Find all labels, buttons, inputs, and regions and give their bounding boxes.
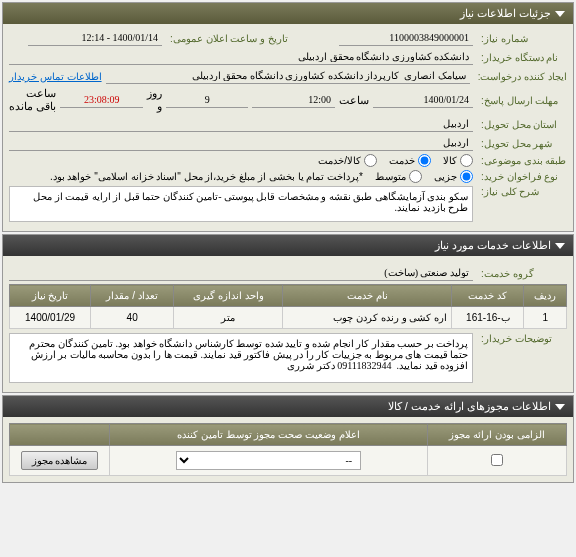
public-time-label: تاریخ و ساعت اعلان عمومی:	[166, 33, 288, 44]
deadline-time-field	[252, 92, 335, 108]
cell-date: 1400/01/29	[10, 307, 91, 329]
public-time-field	[28, 30, 162, 46]
cat-service-label: خدمت	[389, 155, 415, 166]
buyer-org-label: نام دستگاه خریدار:	[477, 52, 567, 63]
type-medium-radio[interactable]	[409, 170, 422, 183]
remaining-field	[60, 92, 143, 108]
remaining-label: ساعت باقی مانده	[9, 87, 56, 113]
col-status: اعلام وضعیت صحت مجوز توسط تامین کننده	[110, 424, 428, 446]
contact-link[interactable]: اطلاعات تماس خریدار	[9, 71, 102, 82]
days-label: روز و	[147, 87, 162, 113]
buyer-note-textarea[interactable]	[9, 333, 473, 383]
category-label: طبقه بندی موضوعی:	[477, 155, 567, 166]
collapse-icon	[555, 404, 565, 410]
col-unit: واحد اندازه گیری	[174, 285, 283, 307]
section-title: اطلاعات مجوزهای ارائه خدمت / کالا	[388, 400, 551, 413]
permits-table: الزامی بودن ارائه مجوز اعلام وضعیت صحت م…	[9, 423, 567, 476]
cat-both-label: کالا/خدمت	[318, 155, 361, 166]
cat-both-radio[interactable]	[364, 154, 377, 167]
buyer-org-field	[9, 49, 473, 65]
type-medium-label: متوسط	[375, 171, 406, 182]
col-mandatory: الزامی بودن ارائه مجوز	[427, 424, 566, 446]
purchase-type-label: نوع فراخوان خرید:	[477, 171, 567, 182]
permits-header[interactable]: اطلاعات مجوزهای ارائه خدمت / کالا	[3, 396, 573, 417]
service-group-field	[9, 265, 473, 281]
cell-qty: 40	[91, 307, 174, 329]
type-small-label: جزیی	[434, 171, 457, 182]
collapse-icon	[555, 243, 565, 249]
mandatory-checkbox[interactable]	[491, 454, 503, 466]
days-field	[166, 92, 249, 108]
cell-name: اره کشی و رنده کردن چوب	[283, 307, 452, 329]
table-row[interactable]: 1 ب-16-161 اره کشی و رنده کردن چوب متر 4…	[10, 307, 567, 329]
cell-unit: متر	[174, 307, 283, 329]
need-details-header[interactable]: جزئیات اطلاعات نیاز	[3, 3, 573, 24]
section-title: اطلاعات خدمات مورد نیاز	[435, 239, 551, 252]
need-number-field	[339, 30, 473, 46]
time-label: ساعت	[339, 94, 369, 107]
desc-label: شرح کلی نیاز:	[477, 186, 567, 197]
city-field	[9, 135, 473, 151]
type-note: *پرداخت تمام یا بخشی از مبلغ خرید،از محل…	[50, 171, 363, 182]
category-radio-group: کالا خدمت کالا/خدمت	[318, 154, 473, 167]
services-table: ردیف کد خدمت نام خدمت واحد اندازه گیری ت…	[9, 284, 567, 329]
buyer-note-label: توضیحات خریدار:	[477, 333, 567, 344]
services-body: گروه خدمت: ردیف کد خدمت نام خدمت واحد ان…	[3, 256, 573, 392]
cat-goods-radio[interactable]	[460, 154, 473, 167]
permits-panel: اطلاعات مجوزهای ارائه خدمت / کالا الزامی…	[2, 395, 574, 483]
type-small-radio[interactable]	[460, 170, 473, 183]
collapse-icon	[555, 11, 565, 17]
desc-textarea[interactable]	[9, 186, 473, 222]
col-name: نام خدمت	[283, 285, 452, 307]
cat-service-radio[interactable]	[418, 154, 431, 167]
creator-label: ایجاد کننده درخواست:	[474, 71, 567, 82]
table-row: -- مشاهده مجوز	[10, 446, 567, 476]
cat-goods-label: کالا	[443, 155, 457, 166]
need-details-panel: جزئیات اطلاعات نیاز شماره نیاز: تاریخ و …	[2, 2, 574, 232]
purchase-type-group: جزیی متوسط	[375, 170, 473, 183]
col-date: تاریخ نیاز	[10, 285, 91, 307]
need-number-label: شماره نیاز:	[477, 33, 567, 44]
deadline-label: مهلت ارسال پاسخ:	[477, 95, 567, 106]
need-details-body: شماره نیاز: تاریخ و ساعت اعلان عمومی: نا…	[3, 24, 573, 231]
col-qty: تعداد / مقدار	[91, 285, 174, 307]
col-code: کد خدمت	[452, 285, 524, 307]
cell-row: 1	[524, 307, 567, 329]
view-permit-button[interactable]: مشاهده مجوز	[21, 451, 99, 470]
services-header[interactable]: اطلاعات خدمات مورد نیاز	[3, 235, 573, 256]
province-field	[9, 116, 473, 132]
cell-code: ب-16-161	[452, 307, 524, 329]
status-select[interactable]: --	[176, 451, 361, 470]
services-panel: اطلاعات خدمات مورد نیاز گروه خدمت: ردیف …	[2, 234, 574, 393]
province-label: استان محل تحویل:	[477, 119, 567, 130]
creator-field	[106, 68, 470, 84]
city-label: شهر محل تحویل:	[477, 138, 567, 149]
permits-body: الزامی بودن ارائه مجوز اعلام وضعیت صحت م…	[3, 417, 573, 482]
service-group-label: گروه خدمت:	[477, 268, 567, 279]
deadline-date-field	[373, 92, 473, 108]
col-row: ردیف	[524, 285, 567, 307]
section-title: جزئیات اطلاعات نیاز	[460, 7, 551, 20]
